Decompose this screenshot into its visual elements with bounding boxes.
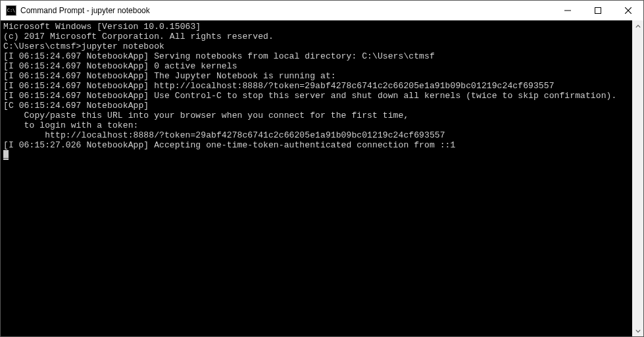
terminal-line: [I 06:15:27.026 NotebookApp] Accepting o… <box>3 140 631 150</box>
terminal-cursor-line: _ <box>3 150 631 160</box>
terminal[interactable]: Microsoft Windows [Version 10.0.15063](c… <box>1 20 632 336</box>
terminal-line: http://localhost:8888/?token=29abf4278c6… <box>3 130 631 140</box>
cursor: _ <box>3 150 9 160</box>
svg-rect-0 <box>595 8 601 14</box>
terminal-line: [I 06:15:24.697 NotebookApp] 0 active ke… <box>3 61 631 71</box>
terminal-line: C:\Users\ctmsf>jupyter notebook <box>3 41 631 51</box>
terminal-line: to login with a token: <box>3 120 631 130</box>
window-title: Command Prompt - jupyter notebook <box>20 6 553 15</box>
terminal-line: [C 06:15:24.697 NotebookApp] <box>3 101 631 111</box>
scroll-down-button[interactable] <box>632 325 643 336</box>
titlebar[interactable]: Command Prompt - jupyter notebook <box>1 1 643 20</box>
chevron-up-icon <box>635 24 641 29</box>
terminal-line: [I 06:15:24.697 NotebookApp] http://loca… <box>3 81 631 91</box>
window: Command Prompt - jupyter notebook Micros… <box>0 0 644 337</box>
terminal-line: (c) 2017 Microsoft Corporation. All righ… <box>3 32 631 41</box>
terminal-line: [I 06:15:24.697 NotebookApp] Use Control… <box>3 91 631 101</box>
minimize-icon <box>564 7 571 14</box>
terminal-line: [I 06:15:24.697 NotebookApp] Serving not… <box>3 51 631 61</box>
terminal-line: [I 06:15:24.697 NotebookApp] The Jupyter… <box>3 71 631 81</box>
scroll-track[interactable] <box>632 32 643 325</box>
cmd-icon <box>6 5 16 16</box>
terminal-line: Copy/paste this URL into your browser wh… <box>3 111 631 120</box>
terminal-line: Microsoft Windows [Version 10.0.15063] <box>3 22 631 32</box>
client-area: Microsoft Windows [Version 10.0.15063](c… <box>1 20 643 336</box>
minimize-button[interactable] <box>553 1 583 20</box>
close-icon <box>625 7 632 14</box>
close-button[interactable] <box>613 1 643 20</box>
scroll-up-button[interactable] <box>632 20 643 32</box>
vertical-scrollbar[interactable] <box>632 20 643 336</box>
maximize-button[interactable] <box>583 1 613 20</box>
window-controls <box>553 1 643 20</box>
maximize-icon <box>595 7 601 14</box>
chevron-down-icon <box>635 328 641 334</box>
